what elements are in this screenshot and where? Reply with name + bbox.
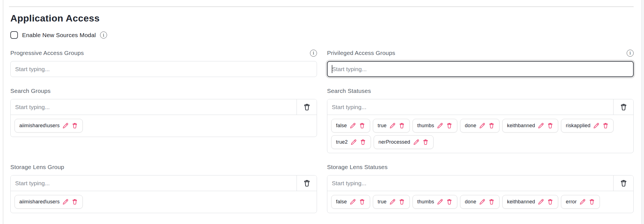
tag-chip: nerProcessed — [374, 135, 433, 149]
tag-chip: thumbs — [413, 119, 457, 133]
delete-trash-icon[interactable] — [399, 122, 405, 129]
progressive-access-groups-input[interactable] — [10, 61, 317, 77]
tag-chip: true — [373, 119, 410, 133]
application-access-section: Application Access Enable New Sources Mo… — [0, 0, 644, 213]
enable-new-sources-modal-checkbox[interactable] — [10, 31, 18, 39]
info-icon[interactable]: i — [100, 32, 107, 38]
search-groups-input[interactable] — [11, 99, 297, 115]
search-groups-multiselect: aiimishared\users — [10, 99, 317, 137]
edit-pencil-icon[interactable] — [579, 199, 586, 205]
delete-trash-icon[interactable] — [399, 199, 405, 205]
edit-pencil-icon[interactable] — [62, 199, 69, 205]
storage-lens-group-input[interactable] — [11, 175, 297, 191]
edit-pencil-icon[interactable] — [62, 122, 69, 129]
edit-pencil-icon[interactable] — [350, 122, 356, 129]
field-label: Search Statuses — [327, 88, 371, 94]
text-cursor — [332, 65, 332, 73]
edit-pencil-icon[interactable] — [413, 139, 420, 145]
delete-trash-icon[interactable] — [72, 199, 78, 205]
clear-all-button[interactable] — [613, 175, 633, 191]
enable-new-sources-modal-row: Enable New Sources Modal i — [10, 31, 634, 39]
tag-chip: thumbs — [413, 195, 457, 209]
tag-label: keithbanned — [507, 199, 535, 205]
edit-pencil-icon[interactable] — [479, 199, 486, 205]
tag-list: false — [327, 191, 633, 213]
info-icon[interactable]: i — [310, 50, 317, 57]
tag-label: thumbs — [417, 123, 434, 129]
edit-pencil-icon[interactable] — [351, 139, 357, 145]
field-progressive-access-groups: Progressive Access Groups i — [10, 49, 317, 77]
delete-trash-icon[interactable] — [488, 199, 495, 205]
tag-chip: done — [460, 119, 499, 133]
trash-icon — [303, 103, 311, 111]
tag-label: nerProcessed — [378, 139, 410, 145]
tag-label: riskapplied — [566, 123, 590, 129]
edit-pencil-icon[interactable] — [437, 122, 443, 129]
search-statuses-input[interactable] — [327, 99, 613, 115]
field-label: Search Groups — [10, 88, 51, 94]
tag-label: aiimishared\users — [19, 199, 60, 205]
tag-label: done — [465, 123, 476, 129]
tag-list: aiimishared\users — [11, 115, 317, 137]
edit-pencil-icon[interactable] — [538, 199, 544, 205]
edit-pencil-icon[interactable] — [437, 199, 443, 205]
tag-label: true — [378, 123, 387, 129]
tag-label: false — [336, 123, 347, 129]
edit-pencil-icon[interactable] — [538, 122, 544, 129]
edit-pencil-icon[interactable] — [593, 122, 600, 129]
clear-all-button[interactable] — [297, 99, 317, 115]
delete-trash-icon[interactable] — [422, 139, 429, 145]
delete-trash-icon[interactable] — [488, 122, 495, 129]
tag-list: aiimishared\users — [11, 191, 317, 213]
tag-label: true — [378, 199, 387, 205]
tag-chip: riskapplied — [561, 119, 614, 133]
delete-trash-icon[interactable] — [72, 122, 78, 129]
info-icon[interactable]: i — [627, 50, 634, 57]
tag-label: aiimishared\users — [19, 123, 60, 129]
checkbox-label: Enable New Sources Modal — [22, 32, 96, 38]
field-privileged-access-groups: Privileged Access Groups i — [327, 49, 634, 77]
delete-trash-icon[interactable] — [589, 199, 595, 205]
tag-label: true2 — [336, 139, 348, 145]
field-label: Progressive Access Groups — [10, 50, 84, 56]
field-storage-lens-statuses: Storage Lens Statuses — [327, 163, 634, 213]
delete-trash-icon[interactable] — [359, 199, 365, 205]
tag-chip: true2 — [331, 135, 371, 149]
delete-trash-icon[interactable] — [360, 139, 366, 145]
field-label: Privileged Access Groups — [327, 50, 395, 56]
tag-chip: aiimishared\users — [15, 195, 83, 209]
tag-list: false — [327, 115, 633, 153]
delete-trash-icon[interactable] — [359, 122, 365, 129]
storage-lens-group-multiselect: aiimishared\users — [10, 175, 317, 213]
tag-chip: false — [331, 119, 370, 133]
tag-chip: keithbanned — [502, 119, 558, 133]
tag-chip: error — [561, 195, 600, 209]
field-label: Storage Lens Statuses — [327, 164, 388, 170]
delete-trash-icon[interactable] — [446, 122, 453, 129]
storage-lens-statuses-input[interactable] — [327, 175, 613, 191]
trash-icon — [620, 179, 628, 187]
edit-pencil-icon[interactable] — [389, 122, 396, 129]
clear-all-button[interactable] — [613, 99, 633, 115]
search-statuses-multiselect: false — [327, 99, 634, 153]
delete-trash-icon[interactable] — [547, 199, 553, 205]
edit-pencil-icon[interactable] — [350, 199, 356, 205]
field-search-groups: Search Groups — [10, 87, 317, 137]
delete-trash-icon[interactable] — [446, 199, 453, 205]
tag-chip: done — [460, 195, 499, 209]
tag-label: error — [566, 199, 577, 205]
storage-lens-statuses-multiselect: false — [327, 175, 634, 213]
privileged-access-groups-input[interactable] — [327, 61, 634, 77]
tag-chip: true — [373, 195, 410, 209]
delete-trash-icon[interactable] — [547, 122, 553, 129]
tag-label: keithbanned — [507, 123, 535, 129]
tag-label: done — [465, 199, 476, 205]
edit-pencil-icon[interactable] — [479, 122, 486, 129]
clear-all-button[interactable] — [297, 175, 317, 191]
tag-chip: keithbanned — [502, 195, 558, 209]
delete-trash-icon[interactable] — [602, 122, 609, 129]
tag-label: thumbs — [417, 199, 434, 205]
fields-grid: Progressive Access Groups i Privileged A… — [10, 49, 634, 213]
edit-pencil-icon[interactable] — [389, 199, 396, 205]
trash-icon — [303, 179, 311, 187]
